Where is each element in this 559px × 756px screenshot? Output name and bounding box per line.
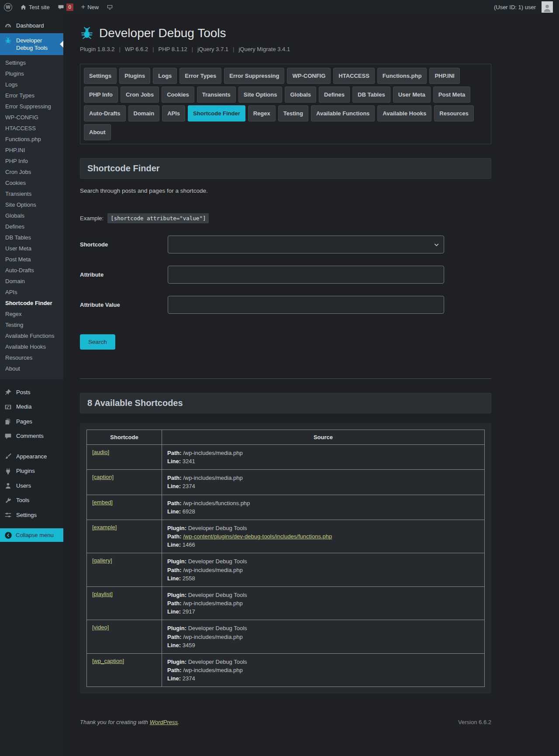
shortcode-select[interactable] [168,236,444,253]
submenu-item-cron-jobs[interactable]: Cron Jobs [0,166,63,177]
tab-user-meta[interactable]: User Meta [393,87,431,103]
submenu-item-error-suppressing[interactable]: Error Suppressing [0,101,63,112]
wordpress-link[interactable]: WordPress [150,719,178,725]
sidebar-item-dashboard[interactable]: Dashboard [0,18,63,33]
submenu-item-php-info[interactable]: PHP Info [0,156,63,166]
submenu-item-transients[interactable]: Transients [0,188,63,199]
submenu-item-logs[interactable]: Logs [0,79,63,90]
tab-logs[interactable]: Logs [153,68,177,84]
sidebar-item-developer-debug-tools[interactable]: Developer Debug Tools [0,33,63,55]
tab-htaccess[interactable]: HTACCESS [333,68,375,84]
submenu-item-globals[interactable]: Globals [0,210,63,221]
sidebar-item-tools[interactable]: Tools [0,493,63,508]
submenu-item-cookies[interactable]: Cookies [0,177,63,188]
tab-regex[interactable]: Regex [248,105,276,121]
meta-item: PHP 8.1.12 [159,46,187,52]
search-button[interactable]: Search [80,334,115,350]
tab-globals[interactable]: Globals [285,87,316,103]
tab-error-suppressing[interactable]: Error Suppressing [224,68,284,84]
submenu-item-available-hooks[interactable]: Available Hooks [0,341,63,352]
tab-php-ini[interactable]: PHP.INI [429,68,459,84]
shortcode-link[interactable]: [example] [92,524,117,531]
submenu-item-wp-config[interactable]: WP-CONFIG [0,112,63,123]
tab-apis[interactable]: APIs [162,105,185,121]
tab-available-hooks[interactable]: Available Hooks [377,105,431,121]
source-line: Plugin: Developer Debug Tools [167,591,479,599]
tab-transients[interactable]: Transients [197,87,236,103]
tab-wp-config[interactable]: WP-CONFIG [287,68,331,84]
source-line-value: Developer Debug Tools [188,592,247,598]
debug-tools-adminbar-button[interactable] [103,0,117,14]
tab-php-info[interactable]: PHP Info [84,87,118,103]
submenu-item-regex[interactable]: Regex [0,309,63,319]
tab-auto-drafts[interactable]: Auto-Drafts [84,105,126,121]
admin-menu: Dashboard Developer Debug Tools Settings… [0,14,63,756]
submenu-item-plugins[interactable]: Plugins [0,68,63,79]
sidebar-item-comments[interactable]: Comments [0,429,63,444]
attribute-value-input[interactable] [168,296,444,314]
submenu-item-about[interactable]: About [0,363,63,374]
tab-site-options[interactable]: Site Options [238,87,283,103]
submenu-item-domain[interactable]: Domain [0,276,63,287]
tab-shortcode-finder[interactable]: Shortcode Finder [188,105,245,121]
tab-error-types[interactable]: Error Types [179,68,221,84]
tab-available-functions[interactable]: Available Functions [311,105,375,121]
submenu-item-apis[interactable]: APIs [0,287,63,298]
tab-defines[interactable]: Defines [319,87,350,103]
new-content-button[interactable]: + New [77,0,103,14]
submenu-item-available-functions[interactable]: Available Functions [0,330,63,341]
submenu-item-auto-drafts[interactable]: Auto-Drafts [0,265,63,276]
source-line-value: /wp-includes/media.php [183,567,243,573]
shortcode-link[interactable]: [playlist] [92,591,113,597]
shortcode-link[interactable]: [gallery] [92,557,112,564]
shortcode-link[interactable]: [audio] [92,449,109,455]
submenu-item-htaccess[interactable]: HTACCESS [0,123,63,134]
sidebar-item-plugins[interactable]: Plugins [0,464,63,479]
source-line: Line: 2374 [167,482,479,490]
submenu-item-testing[interactable]: Testing [0,319,63,330]
sidebar-item-settings[interactable]: Settings [0,508,63,523]
tab-domain[interactable]: Domain [128,105,160,121]
tab-post-meta[interactable]: Post Meta [433,87,470,103]
source-line: Line: 3241 [167,457,479,465]
submenu-item-post-meta[interactable]: Post Meta [0,254,63,265]
collapse-menu-button[interactable]: Collapse menu [0,528,63,542]
submenu-item-defines[interactable]: Defines [0,221,63,232]
home-icon [20,4,27,10]
tab-resources[interactable]: Resources [434,105,473,121]
tab-plugins[interactable]: Plugins [119,68,150,84]
submenu-item-functions-php[interactable]: Functions.php [0,134,63,145]
submenu-item-php-ini[interactable]: PHP.INI [0,145,63,156]
comments-adminbar-button[interactable]: 0 [54,0,77,14]
sidebar-item-pages[interactable]: Pages [0,414,63,429]
attribute-input[interactable] [168,266,444,284]
tab-cookies[interactable]: Cookies [162,87,194,103]
sidebar-item-users[interactable]: Users [0,479,63,493]
shortcode-link[interactable]: [video] [92,624,109,631]
tab-about[interactable]: About [84,124,111,140]
menu-group-site: AppearancePluginsUsersToolsSettings [0,449,63,523]
submenu-item-settings[interactable]: Settings [0,57,63,68]
tab-settings[interactable]: Settings [84,68,117,84]
shortcode-link[interactable]: [caption] [92,474,114,480]
submenu-item-db-tables[interactable]: DB Tables [0,232,63,243]
site-name-link[interactable]: Test site [16,0,54,14]
user-account-menu[interactable]: (User ID: 1) user [490,1,557,13]
submenu-item-shortcode-finder[interactable]: Shortcode Finder [0,298,63,309]
sidebar-item-media[interactable]: Media [0,399,63,414]
sidebar-item-posts[interactable]: Posts [0,385,63,400]
shortcode-link[interactable]: [wp_caption] [92,658,124,664]
shortcode-link[interactable]: [embed] [92,499,113,506]
submenu-item-error-types[interactable]: Error Types [0,90,63,101]
tab-db-tables[interactable]: DB Tables [352,87,390,103]
submenu-item-resources[interactable]: Resources [0,352,63,363]
tab-functions-php[interactable]: Functions.php [377,68,427,84]
tab-testing[interactable]: Testing [278,105,308,121]
wordpress-logo-button[interactable]: W [0,0,16,14]
submenu-item-user-meta[interactable]: User Meta [0,243,63,254]
sidebar-item-appearance[interactable]: Appearance [0,449,63,464]
source-path-link[interactable]: /wp-content/plugins/dev-debug-tools/incl… [183,533,332,540]
submenu-item-site-options[interactable]: Site Options [0,199,63,210]
tab-cron-jobs[interactable]: Cron Jobs [121,87,159,103]
shortcode-cell: [playlist] [87,586,162,620]
